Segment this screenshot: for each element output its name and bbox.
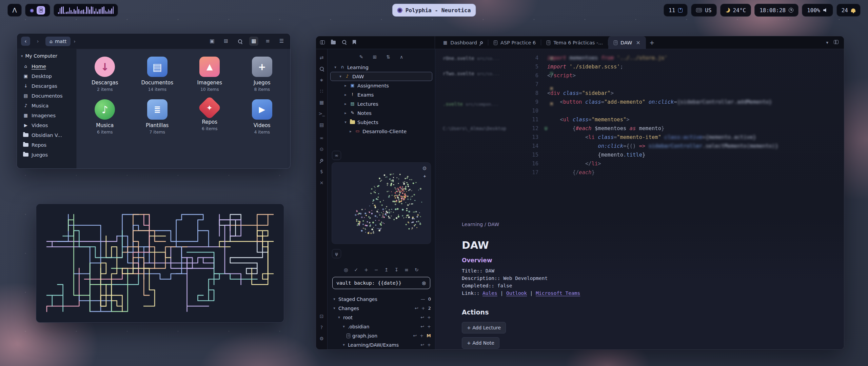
sort-icon[interactable]: ⇅ [386,55,390,59]
button-add-note[interactable]: + Add Note [462,337,499,349]
back-button[interactable]: ‹ [21,37,30,46]
launcher-button[interactable]: Λ [7,4,22,17]
tab-asp-practice-6[interactable]: ASP Practice 6 [488,36,541,49]
sidebar-item-home[interactable]: ⌂Home [20,61,73,71]
commit-icon[interactable]: ◎ [344,267,348,272]
sidebar-item-desktop[interactable]: ▣Desktop [20,71,73,81]
sidebar-item-juegos[interactable]: Juegos [20,150,73,160]
local-graph-toggle[interactable]: ∞ [332,151,341,160]
git-row-learning-daw-exams[interactable]: ▾Learning/DAW/Exams↩+ [332,340,431,349]
sidebar-item-documentos[interactable]: ▤Documentos [20,91,73,101]
chevron-down-icon[interactable]: ▾ [338,74,342,79]
folder-repos[interactable]: ✦Repos6 items [183,97,236,137]
check-icon[interactable]: ✓ [354,267,358,272]
now-playing-pill[interactable]: Polyphia - Neurotica [392,4,476,17]
notifications-widget[interactable]: 24 [836,4,861,17]
link-aules[interactable]: Aules [482,290,497,296]
canvas-icon[interactable]: ∷ [317,87,326,96]
sidebar-item-repos[interactable]: Repos [20,140,73,150]
git-row-root[interactable]: ▾root↩+ [332,313,431,322]
tab-list-icon[interactable]: ▾ [826,40,828,45]
chevron-right-icon[interactable]: ▸ [349,129,353,134]
link-microsoft-teams[interactable]: Microsoft Teams [536,290,580,296]
chevron-down-icon[interactable]: ▾ [342,324,346,329]
unlink-icon[interactable]: ∞ [317,134,326,142]
book-icon[interactable]: ▤ [317,120,326,129]
workspace-document-icon[interactable] [37,6,45,15]
change-list-icon[interactable]: ≡ [405,267,409,272]
link-outlook[interactable]: Outlook [506,290,527,296]
pin-icon[interactable] [317,156,326,165]
tree-item-subjects[interactable]: ▾Subjects [330,118,432,127]
chevron-right-icon[interactable]: ▸ [343,93,348,97]
graph-view-panel[interactable]: ⚙ ✦ [332,162,431,244]
discard-icon[interactable]: ↩ [420,315,424,320]
tree-item-notes[interactable]: ▸✎Notes [330,108,432,118]
note-breadcrumb[interactable]: Learning / DAW [462,222,827,227]
folder-imagenes[interactable]: ▲Imagenes10 items [183,55,236,94]
refresh-icon[interactable]: ↻ [415,267,419,272]
dash-icon[interactable]: — [421,297,425,302]
tab-close-icon[interactable]: × [636,39,640,46]
collapse-all-icon[interactable]: ∧ [400,55,403,59]
stage-icon[interactable]: + [420,333,423,338]
list-view-icon[interactable]: ≡ [263,37,272,46]
screenshot-icon[interactable]: ▣ [208,37,217,46]
tree-item-lectures[interactable]: ▸▤Lectures [330,99,432,108]
folder-videos[interactable]: ▶Videos4 items [236,97,289,137]
folder-juegos[interactable]: +Juegos8 items [236,55,289,94]
discard-icon[interactable]: ↩ [413,333,417,338]
folder-descargas[interactable]: ↓Descargas2 items [79,55,131,94]
split-vertical-icon[interactable] [834,40,839,45]
discard-icon[interactable]: ↩ [415,306,418,311]
sidebar-header[interactable]: ▾ My Computer [21,53,73,59]
stage-icon[interactable]: + [427,324,431,329]
stage-all-icon[interactable]: + [364,267,368,272]
updates-widget[interactable]: 11 [664,4,688,17]
new-tab-button[interactable]: + [646,36,658,49]
help-icon[interactable]: ? [317,323,326,332]
commit-message-input[interactable] [336,280,419,286]
chevron-down-icon[interactable]: ▾ [337,315,341,320]
git-row-changes[interactable]: ▾Changes↩+2 [332,304,431,313]
tree-item-learning[interactable]: ▾∩Learning [330,63,432,72]
quick-switcher-icon[interactable]: ⇄ [317,53,326,62]
unstage-all-icon[interactable]: − [374,267,378,272]
discard-icon[interactable]: ↩ [420,324,424,329]
pull-icon[interactable]: ↧ [394,267,398,272]
forward-button[interactable]: › [33,37,42,46]
chevron-down-icon[interactable]: ▾ [342,343,346,347]
daily-note-icon[interactable]: ▦ [317,98,326,107]
panel-left-toggle-icon[interactable] [320,39,325,46]
donate-icon[interactable]: $ [317,167,326,176]
vault-switcher-icon[interactable]: ⊡ [317,312,326,321]
files-tab-icon[interactable] [331,39,336,46]
volume-widget[interactable]: 100% [802,4,833,17]
tree-item-assignments[interactable]: ▸▣Assignments [330,81,432,90]
weather-widget[interactable]: 24°C [720,4,751,17]
tree-item-exams[interactable]: ▸!Exams [330,90,432,99]
camera-icon[interactable]: ⊙ [317,145,326,154]
filter-icon[interactable]: ✦ [423,174,427,179]
git-row-staged-changes[interactable]: ▾Staged Changes—0 [332,294,431,304]
push-icon[interactable]: ↥ [384,267,389,272]
stage-icon[interactable]: + [427,315,431,320]
git-row-obsidian[interactable]: ▾.obsidian↩+ [332,322,431,331]
stage-icon[interactable]: + [421,306,425,311]
chevron-down-icon[interactable]: ▾ [332,297,336,301]
git-panel-toggle[interactable]: ψ [332,249,341,258]
sidebar-item-videos[interactable]: ▶Videos [20,120,73,130]
chevron-down-icon[interactable]: ▾ [333,65,337,69]
new-note-icon[interactable]: ✎ [359,55,363,59]
chevron-right-icon[interactable]: ▸ [343,83,348,88]
new-folder-icon[interactable]: ⊞ [221,37,231,46]
search-icon[interactable] [317,64,326,73]
tab-tema-6-pr-cticas[interactable]: Tema 6 Prácticas -... [541,36,608,49]
sidebar-item-imagenes[interactable]: ▦Imagenes [20,110,73,120]
bookmarks-tab-icon[interactable] [353,39,356,46]
breadcrumb[interactable]: ⌂ matt [45,37,71,46]
folder-documentos[interactable]: ▤Documentos14 items [131,55,184,94]
search-icon[interactable] [235,37,244,46]
git-row-graph-json[interactable]: graph.json↩+M [332,331,431,340]
graph-view-icon[interactable]: ∗ [317,76,326,84]
